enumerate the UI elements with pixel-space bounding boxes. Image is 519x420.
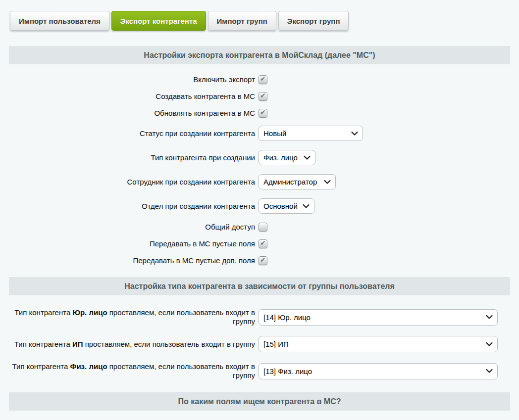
field-label: Включить экспорт <box>9 75 255 84</box>
send-empty-custom-fields-checkbox[interactable] <box>259 256 267 265</box>
enable-export-checkbox[interactable] <box>259 75 267 84</box>
individual-group-select[interactable]: [13] Физ. лицо <box>259 363 498 379</box>
export-settings-page: Импорт пользователя Экспорт контрагента … <box>0 0 519 420</box>
row-employee-on-create: Сотрудник при создании контрагента Админ… <box>9 174 510 189</box>
tab-user-import[interactable]: Импорт пользователя <box>10 11 109 31</box>
field-label: Тип контрагента Юр. лицо проставляем, ес… <box>9 308 255 326</box>
field-label: Обновлять контрагента в МС <box>9 109 255 118</box>
field-label: Создавать контрагента в МС <box>9 92 255 101</box>
section-title-search-fields: По каким полям ищем контрагента в МС? <box>9 392 510 411</box>
row-status-on-create: Статус при создании контрагента Новый <box>9 126 510 141</box>
field-label: Статус при создании контрагента <box>9 129 255 138</box>
row-send-empty-custom-fields: Передавать в МС пустые доп. поля <box>9 256 510 265</box>
row-individual-group: Тип контрагента Физ. лицо проставляем, е… <box>9 362 510 380</box>
section-title-group-type: Настройка типа контрагента в зависимости… <box>9 277 510 295</box>
row-entrepreneur-group: Тип контрагента ИП проставляем, если пол… <box>9 336 510 352</box>
create-counterparty-checkbox[interactable] <box>259 92 267 101</box>
tab-groups-import[interactable]: Импорт групп <box>208 11 276 31</box>
type-on-create-select[interactable]: Физ. лицо <box>259 150 315 165</box>
row-legal-entity-group: Тип контрагента Юр. лицо проставляем, ес… <box>9 308 510 326</box>
update-counterparty-checkbox[interactable] <box>259 109 267 118</box>
tab-bar: Импорт пользователя Экспорт контрагента … <box>0 0 519 31</box>
row-create-counterparty: Создавать контрагента в МС <box>9 92 510 101</box>
field-label: Отдел при создании контрагента <box>9 202 255 211</box>
send-empty-fields-checkbox[interactable] <box>259 239 267 248</box>
status-on-create-select[interactable]: Новый <box>259 126 363 141</box>
department-on-create-select[interactable]: Основной <box>259 198 314 214</box>
field-label: Тип контрагента при создании <box>9 153 255 162</box>
field-label: Передавать в МС пустые поля <box>9 239 255 248</box>
field-label: Общий доступ <box>9 223 255 232</box>
row-type-on-create: Тип контрагента при создании Физ. лицо <box>9 150 510 165</box>
field-label: Тип контрагента Физ. лицо проставляем, е… <box>9 362 255 380</box>
entrepreneur-group-select[interactable]: [15] ИП <box>259 336 498 352</box>
legal-entity-group-select[interactable]: [14] Юр. лицо <box>259 309 498 326</box>
row-send-empty-fields: Передавать в МС пустые поля <box>9 239 510 248</box>
section-title-export-settings: Настройки экспорта контрагента в МойСкла… <box>9 46 510 64</box>
row-enable-export: Включить экспорт <box>9 75 510 84</box>
shared-access-checkbox[interactable] <box>259 223 267 232</box>
settings-form: Настройки экспорта контрагента в МойСкла… <box>0 46 519 420</box>
field-label: Сотрудник при создании контрагента <box>9 178 255 187</box>
field-label: Передавать в МС пустые доп. поля <box>9 256 255 265</box>
tab-counterparty-export[interactable]: Экспорт контрагента <box>111 11 206 31</box>
field-label: Тип контрагента ИП проставляем, если пол… <box>9 340 255 349</box>
tab-groups-export[interactable]: Экспорт групп <box>278 11 349 31</box>
row-shared-access: Общий доступ <box>9 223 510 232</box>
employee-on-create-select[interactable]: Администратор <box>259 174 336 189</box>
row-update-counterparty: Обновлять контрагента в МС <box>9 109 510 118</box>
row-department-on-create: Отдел при создании контрагента Основной <box>9 198 510 214</box>
